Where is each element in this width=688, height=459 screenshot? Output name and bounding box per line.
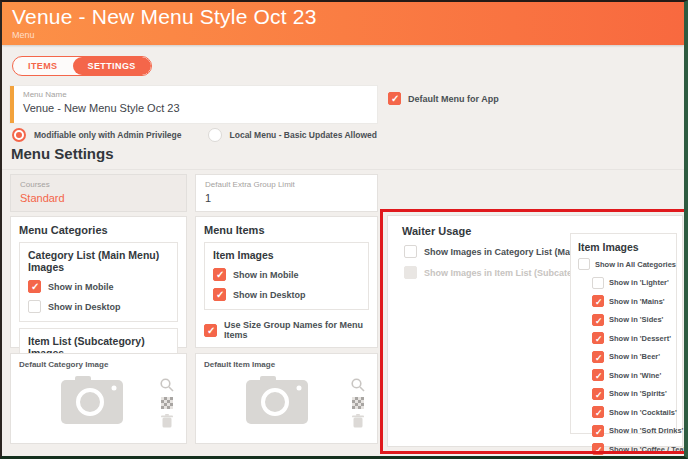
checkbox-show-in-sides[interactable]: Show in 'Sides' (592, 314, 672, 326)
zoom-icon[interactable] (160, 378, 174, 392)
page-header: Venue - New Menu Style Oct 23 Menu (2, 2, 684, 45)
tab-settings[interactable]: SETTINGS (73, 57, 151, 75)
courses-value[interactable]: Standard (20, 192, 177, 204)
checkbox-show-in-beer[interactable]: Show in 'Beer' (592, 351, 672, 363)
breadcrumb: Menu (12, 30, 674, 40)
default-category-image-panel: Default Category Image (10, 353, 187, 444)
checkbox-itemimg-show-desktop[interactable]: Show in Desktop (213, 288, 360, 301)
checkbox-show-in-spirits[interactable]: Show in 'Spirits' (592, 388, 672, 400)
image-tools (160, 378, 174, 428)
checkbox-show-in-wine[interactable]: Show in 'Wine' (592, 369, 672, 381)
checkbox[interactable] (213, 268, 226, 281)
checkbox-show-in-lighter[interactable]: Show in 'Lighter' (592, 277, 672, 289)
checkbox[interactable] (578, 258, 590, 270)
checkbox[interactable] (592, 369, 604, 381)
checkbox[interactable] (592, 406, 604, 418)
checkbox[interactable] (28, 280, 41, 293)
checkbox-show-in-soft-drinks[interactable]: Show in 'Soft Drinks' (592, 425, 672, 437)
courses-select[interactable]: Courses Standard (10, 174, 187, 212)
checkbox[interactable] (592, 277, 604, 289)
checkbox-show-in-dessert[interactable]: Show in 'Dessert' (592, 332, 672, 344)
checkbox[interactable] (592, 443, 604, 455)
extra-group-limit-field[interactable]: Default Extra Group Limit 1 (195, 174, 378, 212)
delete-image-icon[interactable] (352, 414, 364, 428)
waiter-item-images-panel: Item Images Show in All Categories Show … (570, 233, 677, 434)
main-menu-images-group: Category List (Main Menu) Images Show in… (19, 242, 178, 322)
delete-image-icon[interactable] (161, 414, 173, 428)
radio-local-menu[interactable]: Local Menu - Basic Updates Allowed (208, 128, 378, 142)
checkbox[interactable] (404, 245, 417, 258)
checkbox-show-in-mains[interactable]: Show in 'Mains' (592, 295, 672, 307)
image-tools (351, 378, 365, 428)
checkbox-use-size-group-names[interactable]: Use Size Group Names for Menu Items (204, 320, 369, 340)
checkbox-catlist-show-desktop[interactable]: Show in Desktop (28, 300, 169, 313)
category-checkbox-list: Show in 'Lighter' Show in 'Mains' Show i… (592, 277, 672, 456)
privilege-radio-group: Modifiable only with Admin Privilege Loc… (12, 128, 377, 142)
page-title: Venue - New Menu Style Oct 23 (12, 5, 674, 29)
menu-items-panel: Menu Items Item Images Show in Mobile Sh… (195, 216, 378, 348)
radio-button[interactable] (12, 128, 26, 142)
extra-group-limit-value[interactable]: 1 (205, 192, 368, 204)
checkbox-itemimg-show-mobile[interactable]: Show in Mobile (213, 268, 360, 281)
checkbox-show-all-categories[interactable]: Show in All Categories (578, 258, 672, 270)
menu-name-field[interactable]: Menu Name Venue - New Menu Style Oct 23 (10, 86, 377, 123)
checkbox-show-in-coffee-tea[interactable]: Show in 'Coffee / Tea' (592, 443, 672, 455)
item-images-group: Item Images Show in Mobile Show in Deskt… (204, 242, 369, 310)
checkbox[interactable] (592, 295, 604, 307)
checkbox[interactable] (592, 351, 604, 363)
section-title-menu-settings: Menu Settings (11, 145, 114, 162)
divider (2, 169, 684, 170)
radio-button[interactable] (208, 128, 222, 142)
checkbox[interactable] (592, 388, 604, 400)
checkbox-catlist-show-mobile[interactable]: Show in Mobile (28, 280, 169, 293)
checkbox[interactable] (592, 332, 604, 344)
checkbox-default-menu-for-app[interactable]: Default Menu for App (388, 92, 499, 105)
default-item-image-panel: Default Item Image (195, 353, 378, 444)
tab-items[interactable]: ITEMS (13, 57, 73, 75)
camera-placeholder-icon (246, 376, 308, 428)
checkbox (404, 266, 417, 279)
menu-categories-panel: Menu Categories Category List (Main Menu… (10, 216, 187, 348)
checkbox[interactable] (213, 288, 226, 301)
menu-name-label: Menu Name (23, 90, 369, 99)
camera-placeholder-icon (61, 376, 123, 428)
menu-settings-screen: Venue - New Menu Style Oct 23 Menu ITEMS… (0, 0, 688, 459)
transparency-icon[interactable] (161, 397, 173, 409)
checkbox[interactable] (388, 92, 401, 105)
checkbox[interactable] (204, 324, 217, 337)
checkbox[interactable] (592, 425, 604, 437)
tab-group: ITEMS SETTINGS (12, 56, 152, 76)
zoom-icon[interactable] (351, 378, 365, 392)
checkbox[interactable] (592, 314, 604, 326)
checkbox-show-in-cocktails[interactable]: Show in 'Cocktails' (592, 406, 672, 418)
waiter-usage-panel: Waiter Usage Show Images in Category Lis… (387, 215, 683, 447)
transparency-icon[interactable] (352, 397, 364, 409)
menu-name-value[interactable]: Venue - New Menu Style Oct 23 (23, 102, 369, 114)
checkbox[interactable] (28, 300, 41, 313)
radio-admin-privilege[interactable]: Modifiable only with Admin Privilege (12, 128, 182, 142)
